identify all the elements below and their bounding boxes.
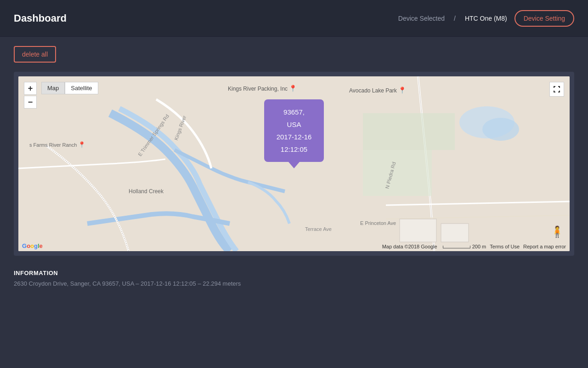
map-wrapper: Kings River Packing, Inc 📍 Avocado Lake … [14, 72, 574, 256]
map-label-kings-river-packing: Kings River Packing, Inc 📍 [228, 85, 297, 92]
map-container[interactable]: Kings River Packing, Inc 📍 Avocado Lake … [18, 76, 570, 251]
popup-line3: 2017-12-16 [273, 131, 315, 143]
zoom-out-button[interactable]: − [24, 96, 37, 109]
map-label-farms-river: s Farms River Ranch 📍 [29, 141, 85, 148]
scale-label: 200 m [441, 244, 486, 249]
popup-line1: 93657, [273, 106, 315, 118]
page-title: Dashboard [14, 12, 67, 24]
svg-point-2 [482, 118, 519, 141]
map-zoom-controls: + − [24, 82, 37, 109]
header-right: Device Selected / HTC One (M8) Device Se… [398, 10, 574, 27]
information-section: INFORMATION 2630 Croydon Drive, Sanger, … [14, 265, 574, 292]
map-label-terrace: Terrace Ave [305, 226, 332, 232]
map-label-holland-creek: Holland Creek [129, 188, 164, 195]
svg-rect-6 [363, 113, 455, 150]
svg-rect-3 [400, 219, 436, 242]
popup-line2: USA [273, 118, 315, 131]
map-data-label: Map data ©2018 Google [382, 244, 437, 249]
map-type-satellite-button[interactable]: Satellite [65, 82, 98, 94]
device-name-label: HTC One (M8) [465, 15, 507, 22]
breadcrumb-separator: / [454, 15, 456, 22]
zoom-in-button[interactable]: + [24, 82, 37, 95]
fullscreen-button[interactable] [549, 82, 564, 97]
device-selected-label: Device Selected [398, 15, 445, 22]
map-type-buttons: Map Satellite [41, 82, 98, 94]
delete-all-button[interactable]: delete all [14, 46, 56, 63]
map-popup: 93657, USA 2017-12-16 12:12:05 [264, 99, 324, 162]
information-text: 2630 Croydon Drive, Sanger, CA 93657, US… [14, 280, 574, 287]
svg-rect-4 [441, 224, 469, 242]
main-content: delete all [0, 37, 588, 301]
svg-rect-5 [363, 150, 432, 196]
popup-line4: 12:12:05 [273, 143, 315, 155]
information-title: INFORMATION [14, 270, 574, 276]
google-attribution: Google [22, 242, 43, 249]
map-label-princeton: E Princeton Ave [360, 220, 396, 226]
map-data-attribution: Map data ©2018 Google 200 m Terms of Use… [382, 244, 566, 249]
header: Dashboard Device Selected / HTC One (M8)… [0, 0, 588, 37]
fullscreen-icon [553, 86, 560, 93]
google-logo: Google [22, 242, 43, 249]
map-type-map-button[interactable]: Map [41, 82, 65, 94]
pegman-icon[interactable]: 🧍 [550, 225, 564, 238]
device-setting-button[interactable]: Device Setting [514, 10, 574, 27]
report-map-error-link[interactable]: Report a map error [523, 244, 566, 249]
terms-of-use-link[interactable]: Terms of Use [490, 244, 520, 249]
map-label-avocado-lake: Avocado Lake Park 📍 [349, 86, 406, 94]
